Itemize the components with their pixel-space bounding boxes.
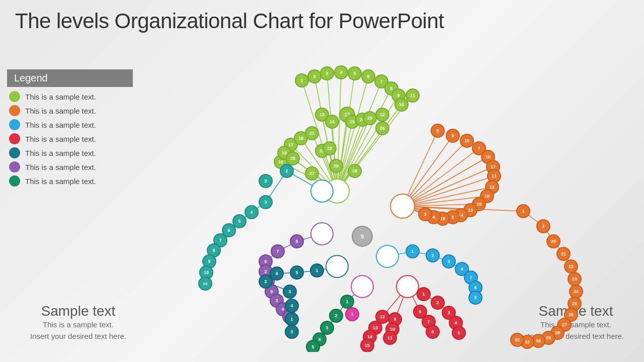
hub-09[interactable]: 9 [352, 226, 372, 246]
green-node-1[interactable]: 1 [295, 74, 308, 87]
darkgreen-nodes: 1 2 3 4 5 [306, 295, 354, 352]
green-node-2[interactable]: 2 [308, 70, 321, 83]
svg-point-298 [285, 313, 298, 326]
hub-06[interactable]: 06 [326, 255, 348, 278]
legend-item-darkteal: This is a sample text. [7, 147, 133, 158]
teal-node-4[interactable]: 5 [233, 215, 246, 228]
green-node-29[interactable]: 29 [330, 159, 343, 172]
svg-point-226 [568, 273, 581, 286]
teal-node-top3[interactable]: 3 [259, 174, 272, 188]
darkgreen-node-5[interactable]: 5 [306, 340, 319, 352]
svg-point-110 [376, 245, 398, 267]
pink-node-1[interactable]: 1 [346, 308, 359, 321]
hub-03[interactable]: 03 [376, 245, 398, 267]
svg-point-180 [348, 164, 361, 177]
orange-node-r5[interactable]: 23 [568, 273, 581, 286]
svg-point-222 [557, 247, 570, 260]
darkgreen-node-3[interactable]: 3 [320, 321, 334, 334]
svg-point-348 [330, 309, 343, 322]
lightteal-node-1[interactable]: 1 [406, 245, 419, 258]
teal-node-1[interactable]: 2 [280, 164, 293, 177]
hub-07[interactable]: 07 [311, 223, 333, 245]
red-node-2[interactable]: 2 [431, 296, 444, 309]
svg-point-116 [326, 255, 348, 278]
green-node-21[interactable]: 21 [305, 127, 318, 140]
sample-text-left: Sample text This is a sample text. Inser… [30, 303, 126, 342]
green-node-23[interactable]: 23 [323, 142, 336, 155]
svg-point-182 [330, 159, 343, 172]
darkteal-node-2[interactable]: 5 [290, 266, 303, 279]
svg-point-228 [570, 285, 583, 298]
orange-node-r4[interactable]: 22 [565, 260, 578, 273]
darkteal-node-8[interactable]: 3 [285, 325, 298, 338]
svg-point-118 [311, 223, 333, 245]
green-node-14[interactable]: 14 [326, 115, 339, 128]
hub-08[interactable]: 08 [311, 180, 333, 202]
orange-node-r14[interactable]: 32 [511, 333, 524, 346]
svg-point-152 [326, 115, 339, 128]
lightteal-node-2[interactable]: 2 [426, 249, 439, 262]
green-node-6[interactable]: 6 [362, 70, 375, 83]
legend-label-orange: This is a sample text. [25, 107, 96, 115]
green-node-25[interactable]: 25 [363, 112, 376, 125]
red-node-8[interactable]: 8 [426, 325, 439, 338]
red-node-15[interactable]: 15 [361, 339, 374, 352]
darkteal-node-6[interactable]: 4 [285, 299, 298, 312]
legend-item-teal: This is a sample text. [7, 119, 133, 130]
darkteal-node-5[interactable]: 3 [283, 285, 296, 298]
red-node-5[interactable]: 5 [452, 326, 465, 339]
svg-point-318 [431, 296, 444, 309]
svg-point-302 [406, 245, 419, 258]
green-node-3[interactable]: 3 [320, 67, 334, 80]
orange-node-r6[interactable]: 24 [570, 285, 583, 298]
green-node-27[interactable]: 27 [305, 167, 318, 180]
red-node-1[interactable]: 1 [417, 288, 430, 301]
svg-point-294 [283, 285, 296, 298]
orange-node-r3[interactable]: 21 [557, 247, 570, 260]
green-node-26[interactable]: 26 [376, 122, 389, 135]
darkteal-node-7[interactable]: 1 [285, 313, 298, 326]
green-node-10[interactable]: 10 [395, 98, 408, 111]
orange-node-3[interactable]: 10 [460, 134, 473, 147]
purple-node-2[interactable]: 7 [271, 245, 284, 258]
svg-point-354 [306, 340, 319, 352]
orange-node-r1[interactable]: 2 [537, 220, 550, 233]
orange-dot [9, 105, 20, 116]
sample-sub-left-2: Insert your desired text here. [30, 331, 126, 342]
legend-header: Legend [7, 69, 133, 87]
svg-point-316 [417, 288, 430, 301]
green-node-20[interactable]: 20 [286, 152, 299, 165]
orange-node-16[interactable]: 3 [419, 208, 432, 221]
orange-node-1[interactable]: 8 [431, 124, 444, 137]
orange-node-2[interactable]: 9 [446, 129, 459, 142]
green-node-11[interactable]: 11 [406, 89, 419, 102]
green-node-5[interactable]: 5 [348, 67, 361, 80]
svg-point-314 [469, 291, 482, 304]
darkteal-node-1[interactable]: 1 [310, 264, 324, 277]
purple-node-1[interactable]: 8 [290, 235, 303, 248]
svg-point-218 [537, 220, 550, 233]
lightteal-node-7[interactable]: 5 [469, 291, 482, 304]
svg-point-288 [290, 266, 303, 279]
green-node-12[interactable]: 12 [376, 108, 389, 121]
darkteal-node-4[interactable]: 2 [259, 275, 272, 288]
green-dot [9, 91, 20, 102]
red-node-11[interactable]: 11 [383, 331, 396, 344]
darkteal-node-3[interactable]: 4 [270, 267, 283, 280]
legend-label-green: This is a sample text. [25, 93, 96, 101]
teal-node-3[interactable]: 4 [245, 206, 258, 219]
teal-node-10[interactable]: 10 [199, 277, 212, 290]
hub-05[interactable]: 05 [351, 276, 373, 298]
orange-hub-1[interactable]: 1 [517, 205, 530, 218]
orange-node-r2[interactable]: 20 [547, 235, 560, 248]
teal-node-2[interactable]: 3 [259, 196, 272, 209]
green-node-28[interactable]: 28 [348, 164, 361, 177]
green-node-4[interactable]: 4 [335, 66, 348, 79]
lightteal-node-3[interactable]: 3 [442, 255, 455, 268]
hub-04[interactable]: 04 [396, 276, 419, 298]
svg-point-250 [245, 206, 258, 219]
darkgreen-node-2[interactable]: 2 [330, 309, 343, 322]
darkgreen-node-1[interactable]: 1 [341, 295, 354, 308]
svg-point-270 [271, 245, 284, 258]
hub-02[interactable]: 02 [390, 194, 415, 218]
